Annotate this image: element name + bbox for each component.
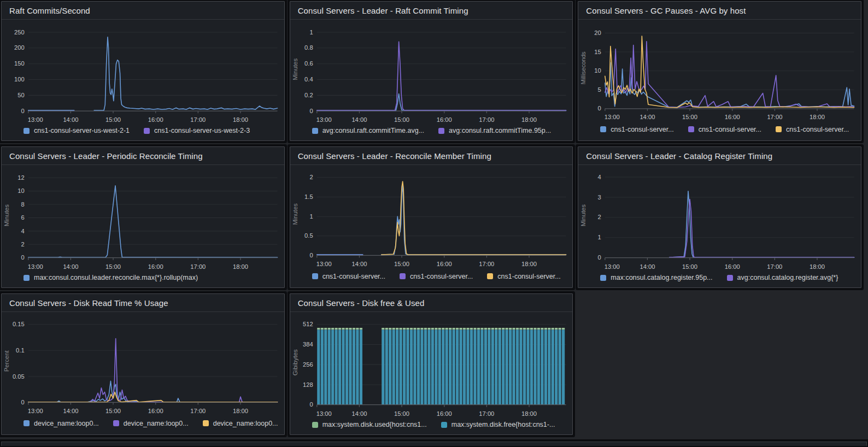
timeseries-chart[interactable]: 00.511.5213:0014:0015:0016:0017:0018:00M… — [290, 165, 573, 270]
svg-text:16:00: 16:00 — [148, 263, 163, 270]
chart-canvas: 0123413:0014:0015:0016:0017:0018:00Minut… — [579, 166, 859, 273]
panel-title-text: Consul Servers - Leader - Catalog Regist… — [586, 151, 853, 161]
legend-label: max:consul.consul.leader.reconcile.max{*… — [34, 274, 198, 281]
legend-item[interactable]: avg:consul.raft.commitTime.avg... — [312, 127, 424, 134]
legend-swatch — [688, 126, 694, 132]
panel-header: Consul Servers - Disk free & Used — [290, 294, 573, 312]
svg-text:15:00: 15:00 — [394, 261, 409, 267]
legend-swatch — [24, 128, 30, 134]
legend-item[interactable]: cns1-consul-server-us-west-2-3 — [144, 127, 250, 134]
svg-text:13:00: 13:00 — [28, 116, 43, 123]
legend: cns1-consul-server...cns1-consul-server.… — [290, 270, 573, 287]
legend-item[interactable]: cns1-consul-server... — [600, 126, 673, 133]
chart-canvas: 00.20.40.60.8113:0014:0015:0016:0017:001… — [291, 21, 571, 126]
legend-swatch — [441, 422, 447, 428]
panel-title-text: Consul Servers - Disk free & Used — [298, 298, 565, 308]
svg-text:Minutes: Minutes — [292, 203, 298, 225]
chart-canvas: 02468101213:0014:0015:0016:0017:0018:00M… — [3, 166, 282, 273]
timeseries-chart[interactable]: 05010015020025013:0014:0015:0016:0017:00… — [2, 20, 284, 126]
svg-text:0: 0 — [309, 252, 313, 258]
legend-swatch — [312, 273, 318, 279]
svg-text:14:00: 14:00 — [640, 263, 655, 270]
chart-canvas: 05010015020025013:0014:0015:0016:0017:00… — [3, 21, 282, 126]
panel-title-text: Consul Servers - Leader - Reconcile Memb… — [298, 151, 565, 161]
svg-text:1.5: 1.5 — [304, 193, 313, 200]
svg-text:17:00: 17:00 — [479, 410, 494, 417]
dashboard-grid: Raft Commits/Second 05010015020025013:00… — [0, 0, 868, 435]
legend: max:consul.catalog.register.95p...avg:co… — [578, 273, 861, 287]
legend-item[interactable]: avg:consul.raft.commitTime.95p... — [438, 127, 551, 134]
legend-label: cns1-consul-server... — [786, 126, 849, 133]
legend-label: cns1-consul-server... — [497, 273, 560, 280]
svg-text:16:00: 16:00 — [148, 408, 163, 414]
svg-text:0: 0 — [21, 254, 24, 261]
svg-text:17:00: 17:00 — [479, 116, 494, 123]
timeseries-chart[interactable]: 00.20.40.60.8113:0014:0015:0016:0017:001… — [290, 20, 573, 126]
legend-swatch — [24, 275, 30, 281]
svg-text:4: 4 — [598, 173, 601, 180]
svg-text:14:00: 14:00 — [640, 114, 655, 120]
legend-label: cns1-consul-server... — [410, 273, 473, 280]
legend-swatch — [24, 420, 30, 426]
svg-text:0: 0 — [598, 254, 601, 261]
timeseries-chart[interactable]: 0123413:0014:0015:0016:0017:0018:00Minut… — [578, 165, 861, 273]
panel-title-text: Consul Servers - Leader - Periodic Recon… — [9, 151, 277, 161]
svg-text:13:00: 13:00 — [316, 116, 331, 123]
legend-item[interactable]: cns1-consul-server... — [776, 126, 849, 133]
chart-canvas: 0510152013:0014:0015:0016:0017:0018:00Mi… — [579, 21, 859, 123]
svg-text:256: 256 — [303, 361, 313, 368]
panel-header: Consul Servers - GC Pauses - AVG by host — [578, 2, 861, 20]
legend-swatch — [600, 275, 606, 281]
svg-text:8: 8 — [21, 201, 24, 208]
legend-swatch — [438, 128, 444, 134]
svg-text:1: 1 — [309, 29, 313, 36]
svg-text:14:00: 14:00 — [351, 410, 367, 417]
legend-item[interactable]: cns1-consul-server... — [688, 126, 761, 133]
timeseries-chart[interactable]: 02468101213:0014:0015:0016:0017:0018:00M… — [2, 165, 284, 273]
legend-item[interactable]: device_name:loop0... — [113, 420, 189, 427]
svg-text:0.6: 0.6 — [304, 60, 313, 67]
bar-chart[interactable]: 012825638451213:0014:0015:0016:0017:0018… — [290, 312, 573, 420]
svg-text:17:00: 17:00 — [479, 261, 494, 267]
legend-item[interactable]: cns1-consul-server... — [312, 273, 385, 280]
legend-swatch — [144, 128, 150, 134]
panel-title-text: Consul Servers - Disk Read Time % Usage — [9, 298, 277, 308]
legend-label: avg:consul.catalog.register.avg{*} — [737, 274, 838, 281]
timeseries-chart[interactable]: 00.050.10.1513:0014:0015:0016:0017:0018:… — [2, 312, 284, 417]
svg-text:14:00: 14:00 — [63, 408, 78, 414]
chart-canvas: 00.050.10.1513:0014:0015:0016:0017:0018:… — [3, 313, 282, 417]
svg-text:0.8: 0.8 — [304, 44, 313, 51]
legend-label: cns1-consul-server... — [322, 273, 385, 280]
svg-text:18:00: 18:00 — [521, 410, 537, 417]
legend-label: cns1-consul-server... — [699, 126, 761, 133]
svg-text:Percent: Percent — [3, 350, 10, 372]
svg-text:16:00: 16:00 — [725, 114, 740, 120]
legend-item[interactable]: avg:consul.catalog.register.avg{*} — [727, 274, 838, 281]
legend-item[interactable]: max:consul.catalog.register.95p... — [600, 274, 712, 281]
legend-item[interactable]: max:system.disk.free{host:cns1-... — [441, 421, 555, 428]
svg-text:0.05: 0.05 — [13, 373, 25, 379]
legend-label: device_name:loop0... — [213, 420, 278, 427]
svg-text:150: 150 — [14, 60, 25, 67]
svg-text:15:00: 15:00 — [394, 410, 409, 417]
legend-item[interactable]: device_name:loop0... — [24, 420, 99, 427]
legend-item[interactable]: cns1-consul-server-us-west-2-1 — [24, 127, 130, 134]
panel-reconcile-member-timing: Consul Servers - Leader - Reconcile Memb… — [290, 146, 573, 288]
legend-swatch — [400, 273, 406, 279]
chart-canvas: 00.511.5213:0014:0015:0016:0017:0018:00M… — [291, 166, 571, 270]
svg-text:16:00: 16:00 — [436, 116, 451, 123]
timeseries-chart[interactable]: 0510152013:0014:0015:0016:0017:0018:00Mi… — [578, 20, 861, 123]
legend-item[interactable]: device_name:loop0... — [203, 420, 278, 427]
legend-item[interactable]: max:system.disk.used{host:cns1... — [312, 421, 427, 428]
svg-text:5: 5 — [598, 86, 601, 93]
svg-text:16:00: 16:00 — [436, 410, 451, 417]
svg-text:13:00: 13:00 — [28, 263, 43, 270]
svg-text:17:00: 17:00 — [767, 263, 783, 270]
svg-text:250: 250 — [14, 29, 25, 36]
legend-item[interactable]: max:consul.consul.leader.reconcile.max{*… — [24, 274, 198, 281]
svg-text:128: 128 — [303, 381, 313, 387]
panel-header: Raft Commits/Second — [2, 2, 284, 20]
legend-item[interactable]: cns1-consul-server... — [400, 273, 473, 280]
svg-text:0: 0 — [309, 401, 313, 408]
legend-item[interactable]: cns1-consul-server... — [487, 273, 560, 280]
